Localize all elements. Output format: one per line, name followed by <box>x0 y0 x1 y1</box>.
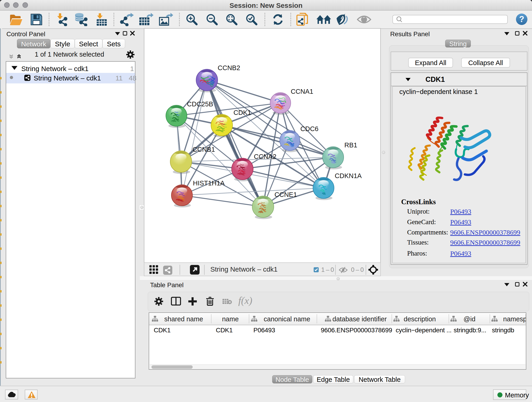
svg-text:CDC25B: CDC25B <box>187 100 213 108</box>
svg-text:HIST1H1A: HIST1H1A <box>193 179 225 187</box>
svg-text:RB1: RB1 <box>344 141 357 149</box>
svg-text:CCNB1: CCNB1 <box>192 146 215 153</box>
svg-text:CCNA2: CCNA2 <box>254 153 276 160</box>
svg-text:CCNB2: CCNB2 <box>218 64 240 71</box>
svg-text:CDC6: CDC6 <box>300 125 318 133</box>
svg-text:CDK1: CDK1 <box>234 109 251 116</box>
svg-text:CCNA1: CCNA1 <box>291 88 313 95</box>
svg-text:CCNE1: CCNE1 <box>274 191 297 198</box>
svg-text:CDKN1A: CDKN1A <box>335 172 362 179</box>
